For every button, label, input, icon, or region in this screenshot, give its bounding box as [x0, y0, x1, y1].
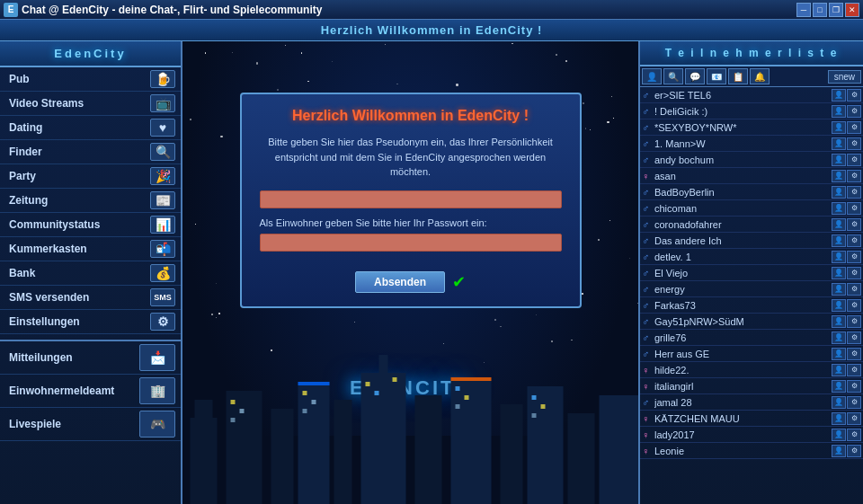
user-chat-btn[interactable]: ⚙	[847, 234, 861, 247]
user-chat-btn[interactable]: ⚙	[847, 364, 861, 376]
toolbar-btn-5[interactable]: 📋	[728, 68, 748, 84]
user-chat-btn[interactable]: ⚙	[847, 170, 861, 182]
user-chat-btn[interactable]: ⚙	[847, 315, 861, 328]
user-name: Gay51pNRW>SüdM	[654, 316, 832, 327]
user-profile-btn[interactable]: 👤	[832, 332, 846, 344]
user-profile-btn[interactable]: 👤	[832, 348, 846, 360]
user-chat-btn[interactable]: ⚙	[847, 89, 861, 102]
user-row[interactable]: ♀lady2017👤⚙	[640, 427, 863, 443]
user-row[interactable]: ♂andy bochum👤⚙	[640, 152, 863, 168]
user-profile-btn[interactable]: 👤	[832, 89, 846, 102]
user-row[interactable]: ♀KÄTZCHEN MAUU👤⚙	[640, 411, 863, 427]
user-row[interactable]: ♂energy👤⚙	[640, 281, 863, 297]
sidebar-item-livespiele[interactable]: Livespiele 🎮	[0, 408, 181, 441]
username-input[interactable]	[260, 190, 562, 208]
sidebar-item-communitystatus[interactable]: Communitystatus 📊	[0, 213, 181, 237]
user-profile-btn[interactable]: 👤	[832, 218, 846, 231]
user-actions: 👤⚙	[832, 332, 861, 344]
toolbar-btn-4[interactable]: 📧	[707, 68, 726, 84]
user-row[interactable]: ♀italiangirl👤⚙	[640, 378, 863, 394]
user-row[interactable]: ♂Farkas73👤⚙	[640, 297, 863, 314]
user-chat-btn[interactable]: ⚙	[847, 299, 861, 312]
user-chat-btn[interactable]: ⚙	[847, 218, 861, 231]
user-chat-btn[interactable]: ⚙	[847, 396, 861, 409]
sidebar-item-zeitung[interactable]: Zeitung 📰	[0, 189, 181, 213]
toolbar-btn-3[interactable]: 💬	[685, 68, 705, 84]
user-row[interactable]: ♀hilde22.👤⚙	[640, 362, 863, 378]
user-chat-btn[interactable]: ⚙	[847, 105, 861, 118]
user-row[interactable]: ♂El Viejo👤⚙	[640, 265, 863, 281]
user-chat-btn[interactable]: ⚙	[847, 332, 861, 344]
user-chat-btn[interactable]: ⚙	[847, 202, 861, 215]
user-profile-btn[interactable]: 👤	[832, 154, 846, 166]
user-profile-btn[interactable]: 👤	[832, 267, 846, 279]
user-chat-btn[interactable]: ⚙	[847, 429, 861, 441]
user-profile-btn[interactable]: 👤	[832, 170, 846, 182]
user-row[interactable]: ♀Leonie👤⚙	[640, 443, 863, 459]
user-profile-btn[interactable]: 👤	[832, 121, 846, 134]
user-name: italiangirl	[654, 381, 832, 392]
user-profile-btn[interactable]: 👤	[832, 105, 846, 118]
user-chat-btn[interactable]: ⚙	[847, 445, 861, 457]
user-chat-btn[interactable]: ⚙	[847, 267, 861, 279]
user-chat-btn[interactable]: ⚙	[847, 154, 861, 166]
user-chat-btn[interactable]: ⚙	[847, 121, 861, 134]
user-row[interactable]: ♂grille76👤⚙	[640, 330, 863, 346]
user-row[interactable]: ♂1. Mann>W👤⚙	[640, 136, 863, 152]
sidebar-item-kummerkasten[interactable]: Kummerkasten 📬	[0, 237, 181, 261]
submit-button[interactable]: Absenden	[355, 271, 445, 293]
user-row[interactable]: ♂BadBoyBerlin👤⚙	[640, 184, 863, 200]
user-profile-btn[interactable]: 👤	[832, 234, 846, 247]
sidebar-item-einstellungen[interactable]: Einstellungen ⚙	[0, 310, 181, 334]
user-chat-btn[interactable]: ⚙	[847, 186, 861, 199]
sidebar-item-finder[interactable]: Finder 🔍	[0, 140, 181, 164]
user-profile-btn[interactable]: 👤	[832, 186, 846, 199]
restore-button[interactable]: ❐	[829, 3, 843, 17]
user-profile-btn[interactable]: 👤	[832, 412, 846, 425]
sidebar-item-mitteilungen[interactable]: Mitteilungen 📩	[0, 341, 181, 375]
sidebar-item-dating[interactable]: Dating ♥	[0, 116, 181, 140]
sidebar-item-party[interactable]: Party 🎉	[0, 164, 181, 189]
sidebar-item-video-streams[interactable]: Video Streams 📺	[0, 92, 181, 116]
snew-button[interactable]: snew	[828, 70, 861, 84]
user-row[interactable]: ♂! DeliGicik :)👤⚙	[640, 103, 863, 119]
user-row[interactable]: ♂*SEXYBOY*NRW*👤⚙	[640, 119, 863, 136]
user-profile-btn[interactable]: 👤	[832, 445, 846, 457]
user-chat-btn[interactable]: ⚙	[847, 251, 861, 263]
minimize-button[interactable]: ─	[796, 3, 811, 17]
user-row[interactable]: ♂jamal 28👤⚙	[640, 394, 863, 411]
user-row[interactable]: ♂chicoman👤⚙	[640, 200, 863, 217]
user-profile-btn[interactable]: 👤	[832, 251, 846, 263]
user-row[interactable]: ♂detlev. 1👤⚙	[640, 249, 863, 265]
toolbar-btn-1[interactable]: 👤	[642, 68, 662, 84]
user-row[interactable]: ♂er>SIE TEL6👤⚙	[640, 87, 863, 103]
user-row[interactable]: ♂Das andere Ich👤⚙	[640, 233, 863, 249]
user-row[interactable]: ♀asan👤⚙	[640, 168, 863, 184]
user-profile-btn[interactable]: 👤	[832, 137, 846, 150]
sidebar-item-sms[interactable]: SMS versenden SMS	[0, 286, 181, 310]
user-profile-btn[interactable]: 👤	[832, 396, 846, 409]
user-profile-btn[interactable]: 👤	[832, 202, 846, 215]
user-profile-btn[interactable]: 👤	[832, 364, 846, 376]
user-chat-btn[interactable]: ⚙	[847, 380, 861, 393]
sidebar-item-einwohner[interactable]: Einwohnermeldeamt 🏢	[0, 375, 181, 408]
user-row[interactable]: ♂Gay51pNRW>SüdM👤⚙	[640, 314, 863, 330]
user-profile-btn[interactable]: 👤	[832, 380, 846, 393]
user-profile-btn[interactable]: 👤	[832, 283, 846, 296]
user-profile-btn[interactable]: 👤	[832, 429, 846, 441]
user-row[interactable]: ♂coronadofahrer👤⚙	[640, 217, 863, 233]
close-button[interactable]: ✕	[845, 3, 859, 17]
user-row[interactable]: ♂Herr aus GE👤⚙	[640, 346, 863, 362]
toolbar-btn-6[interactable]: 🔔	[750, 68, 770, 84]
user-chat-btn[interactable]: ⚙	[847, 412, 861, 425]
user-profile-btn[interactable]: 👤	[832, 315, 846, 328]
user-profile-btn[interactable]: 👤	[832, 299, 846, 312]
user-chat-btn[interactable]: ⚙	[847, 348, 861, 360]
toolbar-btn-2[interactable]: 🔍	[663, 68, 683, 84]
user-chat-btn[interactable]: ⚙	[847, 137, 861, 150]
maximize-button[interactable]: □	[813, 3, 827, 17]
password-input[interactable]	[260, 234, 562, 252]
sidebar-item-bank[interactable]: Bank 💰	[0, 261, 181, 286]
user-chat-btn[interactable]: ⚙	[847, 283, 861, 296]
sidebar-item-pub[interactable]: Pub 🍺	[0, 67, 181, 92]
